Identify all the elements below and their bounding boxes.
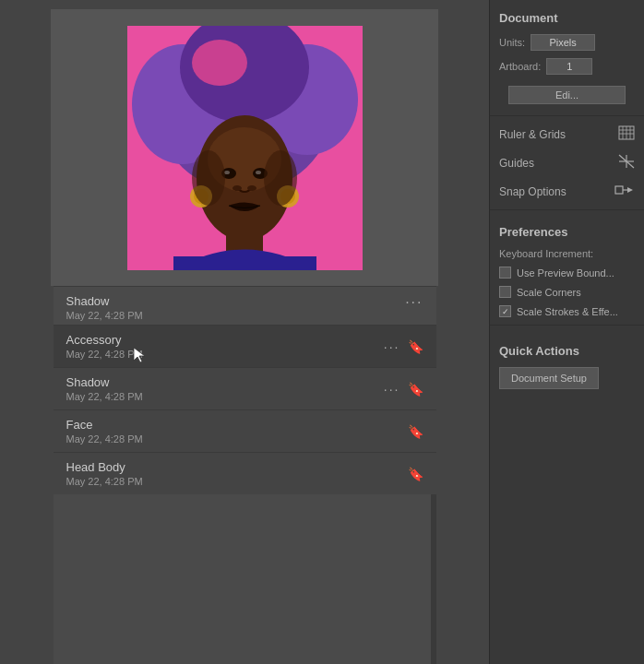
scale-corners-label: Scale Corners (517, 287, 581, 298)
list-panel: Shadow May 22, 4:28 PM ··· Accessory May… (54, 286, 436, 664)
document-section: Document Units: Pixels Artboard: 1 Edi..… (490, 0, 644, 112)
shadow-menu-button[interactable]: ··· (405, 294, 423, 311)
shadow-title: Shadow (66, 294, 143, 308)
artboard-row: Artboard: 1 (490, 54, 644, 78)
svg-rect-32 (615, 186, 623, 194)
svg-point-20 (192, 150, 225, 206)
quick-actions-title: Quick Actions (490, 333, 644, 363)
guides-label: Guides (499, 157, 534, 170)
shadow-header: Shadow May 22, 4:28 PM ··· (54, 286, 436, 325)
document-title: Document (490, 0, 644, 30)
svg-point-14 (233, 185, 242, 191)
edit-button-row: Edi... (490, 78, 644, 112)
left-panel: Shadow May 22, 4:28 PM ··· Accessory May… (0, 0, 489, 664)
divider (490, 325, 644, 326)
document-setup-button[interactable]: Document Setup (499, 367, 599, 389)
edit-button[interactable]: Edi... (508, 86, 626, 104)
keyboard-increment-label: Keyboard Increment: (499, 248, 593, 259)
svg-rect-8 (173, 256, 316, 270)
item-menu-button[interactable]: ··· (384, 382, 400, 397)
ruler-grids-row[interactable]: Ruler & Grids (490, 120, 644, 148)
units-label: Units: (499, 37, 525, 48)
guides-row[interactable]: Guides (490, 148, 644, 177)
artboard-label: Artboard: (499, 61, 541, 72)
shadow-date: May 22, 4:28 PM (66, 310, 143, 321)
svg-point-5 (192, 40, 247, 86)
guides-icon (618, 154, 635, 172)
scale-strokes-label: Scale Strokes & Effe... (517, 306, 618, 317)
bookmark-icon[interactable]: 🔖 (408, 467, 423, 481)
divider (490, 209, 644, 210)
preferences-title: Preferences (490, 214, 644, 244)
scale-strokes-checkbox[interactable] (499, 305, 511, 317)
ruler-grids-icon (618, 125, 635, 143)
artboard-value[interactable]: 1 (546, 58, 592, 75)
item-menu-button[interactable]: ··· (384, 339, 400, 354)
svg-point-12 (224, 171, 230, 174)
svg-point-13 (256, 171, 261, 174)
divider (490, 115, 644, 116)
use-preview-bounds-checkbox[interactable] (499, 267, 511, 279)
snap-options-row[interactable]: Snap Options (490, 177, 644, 206)
preferences-section: Preferences Keyboard Increment: Use Prev… (490, 214, 644, 321)
scale-corners-checkbox[interactable] (499, 286, 511, 298)
use-preview-bounds-row[interactable]: Use Preview Bound... (490, 263, 644, 282)
list-item[interactable]: Face May 22, 4:28 PM 🔖 (54, 409, 436, 452)
svg-point-15 (247, 185, 256, 191)
bookmark-icon[interactable]: 🔖 (408, 382, 423, 397)
units-value[interactable]: Pixels (531, 34, 595, 51)
snap-options-icon (614, 183, 635, 200)
bookmark-icon[interactable]: 🔖 (408, 339, 423, 354)
units-row: Units: Pixels (490, 30, 644, 54)
right-panel: Document Units: Pixels Artboard: 1 Edi..… (489, 0, 644, 664)
snap-options-label: Snap Options (499, 185, 566, 198)
quick-actions-section: Quick Actions Document Setup (490, 333, 644, 393)
canvas-scrollbar[interactable] (431, 9, 438, 286)
list-item[interactable]: Shadow May 22, 4:28 PM ··· 🔖 (54, 367, 436, 409)
svg-point-21 (264, 150, 297, 206)
keyboard-increment-row: Keyboard Increment: (490, 244, 644, 263)
use-preview-bounds-label: Use Preview Bound... (517, 267, 614, 279)
artwork (127, 26, 363, 270)
ruler-grids-label: Ruler & Grids (499, 128, 566, 141)
bookmark-icon[interactable]: 🔖 (408, 424, 423, 439)
scale-strokes-row[interactable]: Scale Strokes & Effe... (490, 302, 644, 321)
list-items-area: Accessory May 22, 4:28 PM ··· 🔖 Shadow (54, 325, 436, 664)
list-item[interactable]: Accessory May 22, 4:28 PM ··· 🔖 (54, 325, 436, 367)
list-item[interactable]: Head Body May 22, 4:28 PM 🔖 (54, 452, 436, 494)
scale-corners-row[interactable]: Scale Corners (490, 282, 644, 302)
canvas-area (51, 9, 438, 286)
svg-marker-34 (627, 187, 633, 193)
